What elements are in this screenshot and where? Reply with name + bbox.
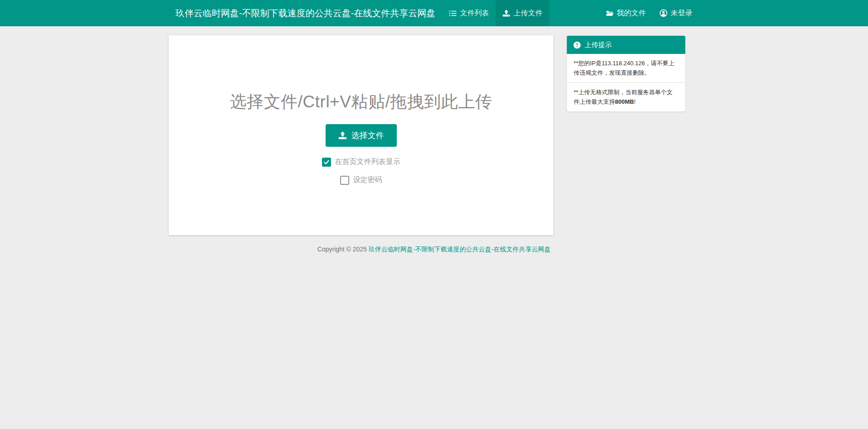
tips-panel-title: 上传提示 bbox=[585, 41, 612, 49]
upload-icon bbox=[338, 131, 347, 140]
exclamation-circle-icon bbox=[573, 41, 581, 49]
tips-panel-header: 上传提示 bbox=[567, 36, 685, 54]
nav-item-upload-file[interactable]: 上传文件 bbox=[496, 0, 549, 26]
list-icon bbox=[449, 10, 457, 17]
main-content: 选择文件/Ctrl+V粘贴/拖拽到此上传 选择文件 在首页文件列表显示 bbox=[169, 35, 699, 235]
tips-item-ip-warning: **您的IP是113.118.240.126，请不要上传违规文件，发现直接删除。 bbox=[567, 54, 685, 82]
upload-icon bbox=[502, 10, 510, 17]
footer-site-link[interactable]: 玖伴云临时网盘-不限制下载速度的公共云盘-在线文件共享云网盘 bbox=[369, 246, 551, 253]
page-footer: Copyright © 2025 玖伴云临时网盘-不限制下载速度的公共云盘-在线… bbox=[0, 246, 868, 254]
nav-item-my-files[interactable]: 我的文件 bbox=[599, 0, 653, 26]
copyright-text: Copyright © 2025 bbox=[317, 246, 369, 253]
option-label[interactable]: 设定密码 bbox=[353, 175, 382, 185]
choose-file-button-label: 选择文件 bbox=[351, 130, 384, 141]
nav-item-label: 文件列表 bbox=[460, 9, 489, 18]
show-in-home-list-checkbox[interactable] bbox=[322, 158, 331, 167]
top-navbar: 玖伴云临时网盘-不限制下载速度的公共云盘-在线文件共享云网盘 文件列表 bbox=[0, 0, 868, 26]
nav-left-group: 文件列表 上传文件 bbox=[442, 0, 549, 26]
site-brand[interactable]: 玖伴云临时网盘-不限制下载速度的公共云盘-在线文件共享云网盘 bbox=[169, 0, 442, 26]
nav-item-login-status[interactable]: 未登录 bbox=[653, 0, 699, 26]
option-label[interactable]: 在首页文件列表显示 bbox=[335, 157, 400, 167]
nav-right-group: 我的文件 未登录 bbox=[599, 0, 699, 26]
option-show-in-home-list: 在首页文件列表显示 bbox=[169, 157, 553, 167]
nav-item-file-list[interactable]: 文件列表 bbox=[442, 0, 496, 26]
option-set-password: 设定密码 bbox=[169, 175, 553, 185]
set-password-checkbox[interactable] bbox=[340, 176, 349, 185]
folder-open-icon bbox=[605, 9, 614, 17]
tips-item-size-limit: **上传无格式限制，当前服务器单个文件上传最大支持800MB! bbox=[567, 82, 685, 111]
upload-dropzone[interactable]: 选择文件/Ctrl+V粘贴/拖拽到此上传 选择文件 在首页文件列表显示 bbox=[169, 35, 553, 235]
upload-tips-panel: 上传提示 **您的IP是113.118.240.126，请不要上传违规文件，发现… bbox=[566, 35, 686, 112]
nav-item-label: 未登录 bbox=[671, 9, 692, 18]
tips-text-bold: 800MB bbox=[615, 98, 634, 105]
dropzone-headline: 选择文件/Ctrl+V粘贴/拖拽到此上传 bbox=[169, 91, 553, 113]
nav-item-label: 我的文件 bbox=[617, 9, 646, 18]
tips-text: **您的IP是113.118.240.126，请不要上传违规文件，发现直接删除。 bbox=[574, 60, 674, 76]
tips-text: ! bbox=[634, 98, 636, 105]
choose-file-button[interactable]: 选择文件 bbox=[326, 124, 397, 147]
nav-item-label: 上传文件 bbox=[513, 9, 542, 18]
user-circle-icon bbox=[659, 9, 668, 17]
